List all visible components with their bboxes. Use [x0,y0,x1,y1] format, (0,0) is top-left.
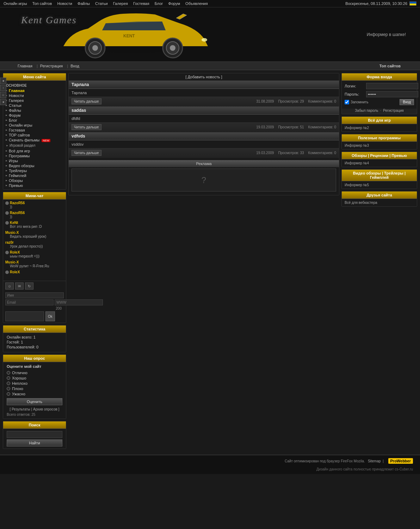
menu-guestbook[interactable]: Гостевая [3,128,66,133]
poll-radio-3[interactable] [7,387,10,390]
forgot-pass-link[interactable]: Забыл пароль [355,109,378,113]
nav-top-sites[interactable]: Топ сайтов [32,1,52,6]
remember-checkbox[interactable] [345,100,349,104]
news-text-2: vsddsv [69,140,339,148]
poll-results-link[interactable]: [ Результаты | Архив опросов ] [10,407,60,411]
top-sites-link[interactable]: Топ сайтов [379,64,401,68]
chat-entry-5: RoleX ыыы megasoft =))) [5,250,64,258]
menu-online-games[interactable]: Онлайн игры [3,123,66,128]
remember-row: Запомнить Вход [345,99,414,105]
minichat-messages: RazoR56 )) RazoR56 )) KeNt Вот это мега … [3,200,66,281]
menu-reviews[interactable]: Обзоры [3,178,66,183]
chat-refresh-btn[interactable]: ↻ [25,282,33,290]
chat-email-input[interactable] [5,299,54,305]
nav-files[interactable]: Файлы [78,1,90,6]
strip-icon-3[interactable]: ☺ [0,92,6,98]
menu-gameplay[interactable]: Геймплей [3,173,66,178]
menu-trailers[interactable]: Трейлеры [3,168,66,173]
nav-guestbook[interactable]: Гостевая [133,1,149,6]
menu-home[interactable]: Главная [3,88,66,93]
search-btn[interactable]: Найти [7,439,62,446]
add-news-link[interactable]: [ Добавить новость ] [185,75,222,79]
chat-submit-btn[interactable]: Ok [45,311,55,321]
stats-header: Статистика [3,326,66,333]
chat-user-1: RazoR56 [5,211,64,215]
sitemap-link[interactable]: Sitemap [368,459,381,463]
strip-icon-2[interactable]: ! [0,85,6,91]
menu-films[interactable]: Скачать фильмы NEW [3,138,66,142]
search-input[interactable] [7,431,62,438]
chat-smiley-btn[interactable]: ☺ [5,282,14,290]
add-news-btn-bar: [ Добавить новость ] [69,73,339,81]
poll-submit-btn[interactable]: Оценить [7,398,62,405]
menu-news[interactable]: Новости [3,93,66,98]
strip-icon-4[interactable]: ★ [0,99,6,105]
news-footer-2: Читать дальше 19.03.2009 Просмотров: 33 … [69,148,339,157]
pass-input[interactable] [366,91,418,97]
chat-email-btn[interactable]: ✉ [15,282,24,290]
menu-blog[interactable]: Блог [3,118,66,123]
footer: Сайт оптимизирован под браузер FireFox M… [0,455,420,467]
news-item-0: Тарлала Тарлала Читать дальше 31.08.2009… [69,81,339,106]
nav-forum[interactable]: Форум [168,1,180,6]
ad-title: Реклама [69,160,339,167]
news-date-1: 19.03.2009 [256,125,274,129]
chat-name-input[interactable] [5,292,64,298]
right-section-4: Друзья сайта Всё для вебкастера [341,191,417,207]
chat-entry-0: RazoR56 )) [5,201,64,209]
chat-message-input[interactable] [5,311,44,321]
right-section-info-2: Информер №4 [342,159,417,167]
right-section-header-0: Всё для игр [342,117,417,124]
menu-games[interactable]: Игры [3,158,66,163]
menu-forum[interactable]: Форум [3,113,66,118]
news-views-2: Просмотров: 33 [278,151,304,155]
menu-programs[interactable]: Программы [3,153,66,158]
nav-links: Онлайн игры Топ сайтов Новости Файлы Ста… [4,1,212,6]
menu-files[interactable]: Файлы [3,108,66,113]
login-panel-header: Форма входа [342,73,417,81]
read-more-0[interactable]: Читать дальше [72,98,101,104]
read-more-2[interactable]: Читать дальше [72,150,101,156]
menu-preview[interactable]: Превью [3,183,66,188]
poll-radio-4[interactable] [7,392,10,396]
chat-text-6: WoW рулит ~ R-Free.Ru [5,264,64,268]
nav-online-games[interactable]: Онлайн игры [4,1,27,6]
menu-articles[interactable]: Статьи [3,103,66,108]
stat-users: Пользователей: 0 [7,345,62,349]
nav-blog[interactable]: Блог [155,1,163,6]
footer-text: Сайт оптимизирован под браузер FireFox M… [285,459,385,463]
read-more-1[interactable]: Читать дальше [72,124,101,130]
char-count: 200 [5,306,64,310]
register-link[interactable]: Регистрация [383,109,403,113]
chat-user-0: RazoR56 [5,201,64,205]
menu-top-sites[interactable]: ТОР сайтов [3,133,66,138]
poll-radio-2[interactable] [7,382,10,385]
strip-icon-1[interactable]: ★ [0,78,6,84]
news-comments-2: Комментариев: 0 [308,151,336,155]
poll-radio-0[interactable] [7,371,10,375]
poll-panel: Наш опрос Оцените мой сайт Отлично Хорош… [3,354,66,419]
svg-text:KENT: KENT [123,34,135,38]
poll-option-4: Ужасно [7,392,62,396]
menu-gallery[interactable]: Галерея [3,98,66,103]
menu-game-all[interactable]: Всё для игр [3,148,66,153]
nav-articles[interactable]: Статьи [95,1,108,6]
menu-video-reviews[interactable]: Видео обзоры [3,163,66,168]
login-input[interactable] [366,83,418,89]
nav-ads[interactable]: Объявления [185,1,208,6]
news-views-0: Просмотров: 29 [278,99,304,103]
svg-point-6 [170,45,175,51]
nav-gallery[interactable]: Галерея [113,1,128,6]
stats-body: Онлайн всего: 1 Гостей: 1 Пользователей:… [3,333,66,352]
breadcrumb-register[interactable]: Регистрация [40,64,63,68]
stat-online: Онлайн всего: 1 [7,335,62,339]
right-section-3: Видео обзоры | Трейлеры | Геймплей Инфор… [341,169,417,189]
game-section-header: Игровой раздел [3,142,66,148]
breadcrumb-home[interactable]: Главная [18,64,32,68]
breadcrumb-login[interactable]: Вход [70,64,79,68]
login-btn[interactable]: Вход [400,99,414,105]
nav-news[interactable]: Новости [57,1,72,6]
news-meta-0: 31.08.2009 Просмотров: 29 Комментариев: … [256,99,336,103]
poll-links: [ Результаты | Архив опросов ] [7,407,62,411]
poll-radio-1[interactable] [7,376,10,380]
